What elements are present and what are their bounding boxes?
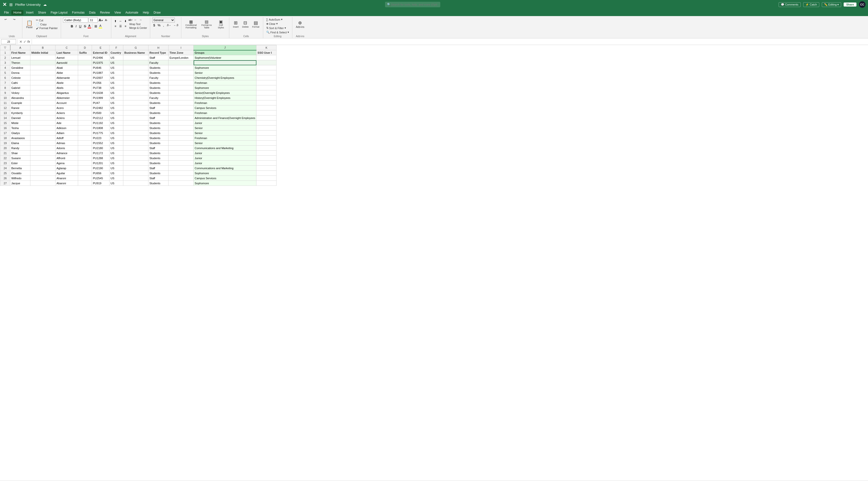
menu-data[interactable]: Data bbox=[87, 10, 97, 15]
indent-increase-button[interactable]: → bbox=[138, 18, 143, 22]
cell-C22[interactable]: Affronti bbox=[56, 156, 78, 161]
align-center-button[interactable]: ☰ bbox=[118, 24, 123, 28]
align-top-button[interactable]: ⬆ bbox=[113, 19, 118, 23]
cancel-formula-button[interactable]: ✕ bbox=[19, 40, 22, 44]
italic-button[interactable]: I bbox=[74, 24, 78, 28]
cell-J14[interactable]: Administration and Finance|Overnight Emp… bbox=[194, 116, 256, 121]
cell-F6[interactable]: US bbox=[110, 75, 123, 80]
cell-E22[interactable]: PU1288 bbox=[92, 156, 110, 161]
col-header-B[interactable]: B bbox=[30, 45, 56, 50]
menu-view[interactable]: View bbox=[113, 10, 123, 15]
cell-J1[interactable]: Groups bbox=[194, 50, 256, 55]
cell-D23[interactable] bbox=[78, 161, 92, 166]
cell-B27[interactable] bbox=[30, 181, 56, 186]
menu-page-layout[interactable]: Page Layout bbox=[49, 10, 69, 15]
cell-I26[interactable] bbox=[168, 176, 194, 181]
cell-H8[interactable]: Students bbox=[149, 85, 168, 90]
cell-C24[interactable]: Agtarap bbox=[56, 166, 78, 171]
cell-D22[interactable] bbox=[78, 156, 92, 161]
cell-J3[interactable] bbox=[194, 60, 256, 65]
decimal-decrease-button[interactable]: ←.0 bbox=[173, 24, 179, 27]
cell-B11[interactable] bbox=[30, 100, 56, 105]
cell-I10[interactable] bbox=[168, 95, 194, 100]
cell-A20[interactable]: Randy bbox=[10, 146, 30, 151]
col-header-I[interactable]: I bbox=[168, 45, 194, 50]
cell-H14[interactable]: Staff bbox=[149, 116, 168, 121]
cell-D20[interactable] bbox=[78, 146, 92, 151]
search-input[interactable] bbox=[385, 2, 440, 7]
cell-I15[interactable] bbox=[168, 121, 194, 126]
cell-B18[interactable] bbox=[30, 135, 56, 140]
catch-button[interactable]: ⚡ Catch bbox=[803, 2, 819, 7]
cell-D26[interactable] bbox=[78, 176, 92, 181]
cell-H26[interactable]: Staff bbox=[149, 176, 168, 181]
currency-button[interactable]: $ bbox=[152, 23, 156, 27]
cell-K26[interactable] bbox=[256, 176, 277, 181]
cell-D5[interactable] bbox=[78, 70, 92, 75]
cell-E15[interactable]: PU1192 bbox=[92, 121, 110, 126]
cut-button[interactable]: ✂ Cut bbox=[35, 18, 59, 22]
cell-E23[interactable]: PU1201 bbox=[92, 161, 110, 166]
cell-H22[interactable]: Students bbox=[149, 156, 168, 161]
cell-A18[interactable]: Anastasios bbox=[10, 135, 30, 140]
cell-H19[interactable]: Students bbox=[149, 140, 168, 146]
cell-I6[interactable] bbox=[168, 75, 194, 80]
cell-K14[interactable] bbox=[256, 116, 277, 121]
cell-D1[interactable]: Suffix bbox=[78, 50, 92, 55]
cell-F22[interactable]: US bbox=[110, 156, 123, 161]
cell-H15[interactable]: Students bbox=[149, 121, 168, 126]
cell-D7[interactable] bbox=[78, 80, 92, 85]
cell-E1[interactable]: External ID bbox=[92, 50, 110, 55]
cell-G21[interactable] bbox=[123, 151, 149, 156]
align-bottom-button[interactable]: ⬇ bbox=[123, 19, 128, 23]
cell-K12[interactable] bbox=[256, 105, 277, 110]
cell-F18[interactable]: US bbox=[110, 135, 123, 140]
cell-G6[interactable] bbox=[123, 75, 149, 80]
cell-A26[interactable]: Wilfredo bbox=[10, 176, 30, 181]
cell-J23[interactable]: Junior bbox=[194, 161, 256, 166]
col-header-F[interactable]: F bbox=[110, 45, 123, 50]
cell-B1[interactable]: Middle Initial bbox=[30, 50, 56, 55]
delete-cells-button[interactable]: ⊟ Delete bbox=[241, 18, 250, 31]
cell-D4[interactable] bbox=[78, 65, 92, 70]
menu-formulas[interactable]: Formulas bbox=[70, 10, 87, 15]
cell-D24[interactable] bbox=[78, 166, 92, 171]
cell-E12[interactable]: PU2482 bbox=[92, 105, 110, 110]
cell-A2[interactable]: Lemuel bbox=[10, 55, 30, 60]
cell-E16[interactable]: PU1808 bbox=[92, 126, 110, 131]
cell-C18[interactable]: Adloff bbox=[56, 135, 78, 140]
cell-I11[interactable] bbox=[168, 100, 194, 105]
cell-styles-button[interactable]: ▣ Cell Styles bbox=[215, 18, 227, 31]
cell-G16[interactable] bbox=[123, 126, 149, 131]
cell-I3[interactable] bbox=[168, 60, 194, 65]
cell-F10[interactable]: US bbox=[110, 95, 123, 100]
cell-E17[interactable]: PU1775 bbox=[92, 131, 110, 135]
align-left-button[interactable]: ≡ bbox=[113, 24, 118, 28]
cell-B2[interactable] bbox=[30, 55, 56, 60]
col-header-D[interactable]: D bbox=[78, 45, 92, 50]
cell-E4[interactable]: PU646 bbox=[92, 65, 110, 70]
menu-automate[interactable]: Automate bbox=[123, 10, 140, 15]
cell-I1[interactable]: Time Zone bbox=[168, 50, 194, 55]
col-header-K[interactable]: K bbox=[256, 45, 277, 50]
cell-K6[interactable] bbox=[256, 75, 277, 80]
cell-H17[interactable]: Students bbox=[149, 131, 168, 135]
cell-C11[interactable]: Account bbox=[56, 100, 78, 105]
cell-C25[interactable]: Aguilar bbox=[56, 171, 78, 176]
menu-home[interactable]: Home bbox=[11, 10, 23, 15]
cell-A21[interactable]: Shae bbox=[10, 151, 30, 156]
cell-A11[interactable]: Example bbox=[10, 100, 30, 105]
cell-J11[interactable]: Freshman bbox=[194, 100, 256, 105]
cell-B5[interactable] bbox=[30, 70, 56, 75]
cell-E20[interactable]: PU2180 bbox=[92, 146, 110, 151]
cell-I14[interactable] bbox=[168, 116, 194, 121]
cell-C13[interactable]: Ackers bbox=[56, 110, 78, 116]
col-header-C[interactable]: C bbox=[56, 45, 78, 50]
cell-C10[interactable]: Abkemeier bbox=[56, 95, 78, 100]
cell-K21[interactable] bbox=[256, 151, 277, 156]
font-size-input[interactable] bbox=[89, 18, 98, 23]
cell-G23[interactable] bbox=[123, 161, 149, 166]
cell-J5[interactable]: Senior bbox=[194, 70, 256, 75]
cell-B19[interactable] bbox=[30, 140, 56, 146]
cell-F8[interactable]: US bbox=[110, 85, 123, 90]
